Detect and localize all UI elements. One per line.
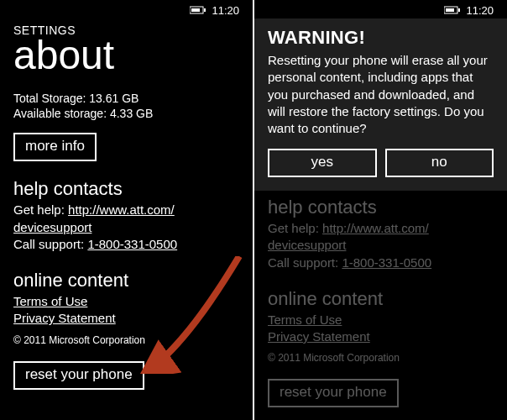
total-storage: Total Storage: 13.61 GB — [13, 91, 239, 106]
get-help-line: Get help: http://www.att.com/ — [13, 202, 239, 218]
privacy-statement-link[interactable]: Privacy Statement — [13, 311, 116, 325]
status-time: 11:20 — [212, 4, 239, 17]
reset-phone-button: reset your phone — [268, 379, 399, 407]
battery-icon — [190, 6, 206, 14]
warning-buttons: yes no — [268, 149, 494, 177]
battery-icon — [444, 6, 461, 14]
help-link[interactable]: http://www.att.com/ — [68, 202, 175, 217]
call-support-number: 1-800-331-0500 — [342, 255, 431, 270]
terms-of-use-link[interactable]: Terms of Use — [13, 294, 87, 308]
screen-about: 11:20 SETTINGS about Total Storage: 13.6… — [0, 0, 253, 420]
call-support-line: Call support: 1-800-331-0500 — [268, 255, 494, 271]
warning-body: Resetting your phone will erase all your… — [268, 52, 494, 137]
no-button[interactable]: no — [385, 149, 494, 177]
yes-button[interactable]: yes — [268, 149, 377, 177]
help-link2: devicesupport — [268, 238, 346, 252]
privacy-statement-link: Privacy Statement — [268, 329, 370, 344]
more-info-button[interactable]: more info — [13, 133, 97, 161]
call-support-prefix: Call support: — [13, 237, 87, 251]
terms-of-use-link: Terms of Use — [268, 312, 342, 327]
help-contacts-heading: help contacts — [13, 178, 239, 200]
svg-rect-1 — [191, 8, 200, 12]
get-help-line: Get help: http://www.att.com/ — [268, 220, 494, 237]
copyright: © 2011 Microsoft Corporation — [13, 334, 239, 346]
warning-dialog: WARNING! Resetting your phone will erase… — [254, 18, 507, 191]
get-help-prefix: Get help: — [268, 221, 322, 235]
online-content-heading: online content — [268, 288, 494, 310]
help-link2[interactable]: devicesupport — [13, 220, 91, 234]
help-link: http://www.att.com/ — [322, 221, 429, 235]
help-contacts-heading: help contacts — [268, 197, 494, 218]
status-bar: 11:20 — [254, 0, 507, 18]
svg-rect-4 — [446, 8, 454, 12]
get-help-line2: devicesupport — [268, 237, 494, 254]
status-time: 11:20 — [466, 4, 494, 17]
available-storage: Available storage: 4.33 GB — [13, 106, 239, 121]
warning-title: WARNING! — [268, 27, 494, 49]
get-help-prefix: Get help: — [13, 202, 68, 217]
call-support-prefix: Call support: — [268, 255, 342, 270]
svg-rect-2 — [204, 8, 206, 12]
status-bar: 11:20 — [13, 0, 239, 18]
svg-rect-5 — [458, 8, 460, 12]
reset-phone-button[interactable]: reset your phone — [13, 361, 144, 390]
copyright: © 2011 Microsoft Corporation — [268, 352, 494, 364]
call-support-line: Call support: 1-800-331-0500 — [13, 236, 239, 253]
screen-reset-warning: 11:20 WARNING! Resetting your phone will… — [254, 0, 507, 420]
get-help-line2: devicesupport — [13, 219, 239, 236]
call-support-number[interactable]: 1-800-331-0500 — [87, 237, 177, 251]
online-content-heading: online content — [13, 270, 239, 291]
page-title: about — [13, 35, 239, 76]
